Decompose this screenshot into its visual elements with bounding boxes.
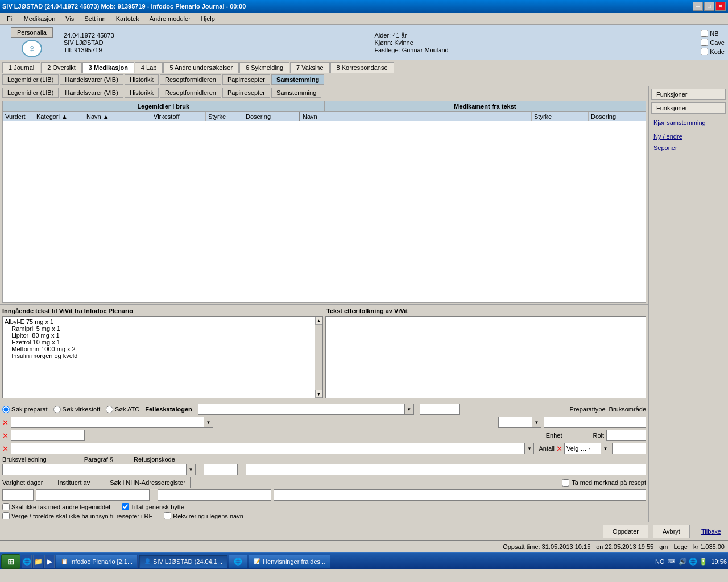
radio-virkestoff-input[interactable] (53, 406, 61, 413)
medicine-input-3[interactable] (11, 443, 525, 454)
search-extra-input[interactable] (420, 404, 460, 415)
bruksveiledning-arrow[interactable]: ▼ (187, 464, 196, 475)
cb-tillat-input[interactable] (122, 503, 129, 510)
menu-hjelp[interactable]: Hjelp (196, 14, 220, 23)
col-styrke-right[interactable]: Styrke (532, 112, 589, 121)
error-icon-1[interactable]: ✕ (2, 418, 9, 427)
personalia-button[interactable]: Personalia (11, 27, 53, 38)
taskbar-infodoc[interactable]: 📋 Infodoc Plenario [2.1... (56, 555, 138, 568)
subtab-reseptformidleren[interactable]: Reseptformidleren (160, 74, 221, 85)
menu-sett-inn[interactable]: Sett inn (80, 14, 110, 23)
col-dosering-left[interactable]: Dosering (243, 112, 300, 121)
tab-medikasjon[interactable]: 3 Medikasjon (82, 62, 134, 73)
menu-vis[interactable]: Vis (61, 14, 78, 23)
error-icon-2[interactable]: ✕ (2, 431, 9, 440)
ta-med-checkbox[interactable] (562, 479, 569, 487)
close-button[interactable]: ✕ (715, 2, 726, 11)
incoming-text-area[interactable]: Albyl-E 75 mg x 1 Ramipril 5 mg x 1 Lipi… (3, 317, 315, 398)
funksjoner-btn-1[interactable]: Funksjoner (651, 89, 726, 100)
subtab-handelsvarer-vib[interactable]: Handelsvarer (VIB) (60, 74, 123, 85)
tab-sykmelding[interactable]: 6 Sykmelding (239, 62, 289, 73)
tab-lab[interactable]: 4 Lab (135, 62, 163, 73)
col-dosering-right[interactable]: Dosering (589, 112, 646, 121)
varighet-input[interactable] (2, 489, 34, 501)
menu-kartotek[interactable]: Kartotek (111, 14, 144, 23)
input3-arrow[interactable]: ▼ (525, 443, 534, 454)
kode-checkbox[interactable] (701, 48, 708, 55)
preparattype-arrow[interactable]: ▼ (532, 417, 541, 428)
cb-skal-ikke-input[interactable] (2, 503, 10, 510)
nb-checkbox[interactable] (701, 30, 708, 37)
error-icon-3[interactable]: ✕ (2, 444, 9, 453)
col-styrke-left[interactable]: Styrke (206, 112, 243, 121)
ny-endre-link[interactable]: Ny / endre (651, 132, 726, 141)
minimize-button[interactable]: ─ (693, 2, 703, 11)
paragraf-input[interactable] (204, 464, 238, 475)
taskbar-ie-icon[interactable]: 🌐 (22, 555, 32, 568)
subtab-historikk[interactable]: Historikk (125, 74, 159, 85)
subtab-legemidler-lib[interactable]: Legemidler (LIB) (2, 74, 59, 85)
tab-vaksine[interactable]: 7 Vaksine (290, 62, 330, 73)
velg-input[interactable] (564, 443, 601, 454)
antall-value-input[interactable] (612, 443, 646, 454)
subtab-papirresepter[interactable]: Papirresepter (222, 74, 270, 85)
restore-button[interactable]: □ (704, 2, 714, 11)
funksjoner-btn-2[interactable]: Funksjoner (651, 102, 726, 114)
radio-sok-preparat[interactable]: Søk preparat (2, 406, 48, 413)
nhn-input[interactable] (158, 489, 271, 501)
tab-journal[interactable]: 1 Journal (2, 62, 40, 73)
subtab2-handelsvarer-vib[interactable]: Handelsvarer (VIB) (60, 88, 123, 98)
roit-input[interactable] (606, 430, 646, 441)
radio-preparat-input[interactable] (2, 406, 10, 413)
tilbake-link[interactable]: Tilbake (699, 527, 723, 536)
search-input[interactable] (198, 404, 405, 415)
velg-arrow[interactable]: ▼ (601, 443, 610, 454)
scroll-up-btn[interactable]: ▲ (315, 317, 322, 325)
taskbar-ie[interactable]: 🌐 (229, 555, 247, 568)
instituert-input[interactable] (36, 489, 150, 501)
taskbar-word[interactable]: 📝 Henvisninger fra des... (249, 555, 330, 568)
menu-fil[interactable]: Fil (2, 14, 18, 23)
subtab2-reseptformidleren[interactable]: Reseptformidleren (160, 88, 221, 98)
col-vurdert[interactable]: Vurdert (3, 112, 34, 121)
bruksomrade-input[interactable] (544, 417, 646, 428)
menu-medikasjon[interactable]: Medikasjon (19, 14, 60, 23)
tab-andre[interactable]: 5 Andre undersøkelser (163, 62, 239, 73)
menu-andre-moduler[interactable]: Andre moduler (145, 14, 195, 23)
input2a[interactable] (11, 430, 85, 441)
bruksveiledning-input[interactable] (2, 464, 187, 475)
cb-verge-input[interactable] (2, 512, 10, 519)
kjor-samstemming-link[interactable]: Kjør samstemming (651, 118, 726, 127)
tab-korrespondanse[interactable]: 8 Korrespondanse (330, 62, 394, 73)
refusjonskode-input[interactable] (246, 464, 646, 475)
medicine-input-1[interactable] (11, 417, 204, 428)
search-dropdown-arrow[interactable]: ▼ (405, 404, 414, 415)
col-navn-right[interactable]: Navn (300, 112, 532, 121)
cave-checkbox[interactable] (701, 39, 708, 46)
subtab2-papirresepter[interactable]: Papirresepter (222, 88, 270, 98)
col-kategori[interactable]: Kategori ▲ (34, 112, 84, 121)
radio-atc-input[interactable] (106, 406, 113, 413)
avbryt-button[interactable]: Avbryt (653, 525, 690, 538)
subtab2-historikk[interactable]: Historikk (125, 88, 159, 98)
oppdater-button[interactable]: Oppdater (603, 525, 648, 538)
col-navn-left[interactable]: Navn ▲ (84, 112, 151, 121)
taskbar-folder-icon[interactable]: 📁 (33, 555, 43, 568)
nhn-search-button[interactable]: Søk i NHN-Adresseregister (105, 477, 191, 488)
error-icon-antall[interactable]: ✕ (556, 444, 562, 453)
start-button[interactable]: ⊞ (1, 554, 20, 569)
preparattype-input[interactable] (498, 417, 532, 428)
input1-arrow[interactable]: ▼ (204, 417, 213, 428)
taskbar-media-icon[interactable]: ▶ (44, 555, 55, 568)
col-virkestoff[interactable]: Virkestoff (151, 112, 206, 121)
subtab2-legemidler-lib[interactable]: Legemidler (LIB) (2, 88, 59, 98)
scroll-down-btn[interactable]: ▼ (315, 390, 322, 398)
radio-sok-atc[interactable]: Søk ATC (106, 406, 139, 413)
merknad-input[interactable] (274, 489, 646, 501)
tolkning-text-area[interactable] (326, 317, 646, 398)
subtab2-samstemming[interactable]: Samstemming (271, 88, 321, 98)
taskbar-patient[interactable]: 👤 SIV LJØSTAD (24.04.1... (139, 555, 228, 568)
seponer-link[interactable]: Seponer (651, 143, 726, 152)
subtab-samstemming[interactable]: Samstemming (271, 74, 324, 85)
tab-oversikt[interactable]: 2 Oversikt (41, 62, 82, 73)
